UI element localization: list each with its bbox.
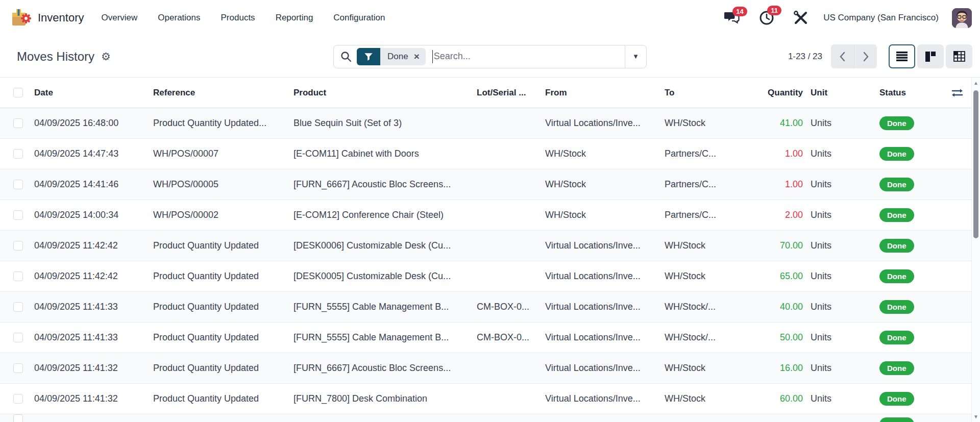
- row-checkbox[interactable]: [13, 414, 23, 422]
- menu-item-configuration[interactable]: Configuration: [333, 13, 385, 23]
- cell-product: [FURN_5555] Cable Management B...: [293, 332, 477, 343]
- cell-reference: Product Quantity Updated: [153, 332, 293, 343]
- cell-unit: Units: [805, 210, 864, 220]
- row-checkbox[interactable]: [13, 210, 23, 220]
- cell-date: 04/09/2025 11:41:33: [34, 332, 153, 343]
- inventory-app-icon[interactable]: [10, 7, 32, 29]
- column-header-unit[interactable]: Unit: [805, 88, 864, 98]
- cell-from: WH/Stock: [545, 148, 665, 159]
- cell-to: WH/Stock: [665, 271, 762, 282]
- cell-reference: Product Quantity Updated...: [153, 118, 293, 129]
- row-checkbox[interactable]: [13, 149, 23, 159]
- search-input[interactable]: Done × Search...: [334, 45, 625, 68]
- search-bar: Done × Search... ▼: [333, 45, 647, 68]
- column-header-reference[interactable]: Reference: [153, 88, 293, 98]
- view-settings-gear-icon[interactable]: ⚙: [101, 51, 111, 62]
- table-row[interactable]: 04/09/2025 14:41:46 WH/POS/00005 [FURN_6…: [0, 169, 980, 200]
- pager-previous-button[interactable]: [831, 44, 854, 68]
- vertical-scrollbar[interactable]: ▲ ▼: [971, 78, 980, 422]
- column-header-date[interactable]: Date: [34, 88, 153, 98]
- menu-item-products[interactable]: Products: [221, 13, 255, 23]
- cell-reference: WH/POS/00005: [153, 179, 293, 190]
- view-kanban-button[interactable]: [917, 44, 944, 68]
- tools-icon[interactable]: [794, 11, 808, 25]
- row-checkbox[interactable]: [13, 302, 23, 312]
- messages-icon[interactable]: 14: [724, 11, 740, 25]
- cell-unit: Units: [805, 148, 864, 159]
- table-row[interactable]: 04/09/2025 11:41:32 Product Quantity Upd…: [0, 353, 980, 384]
- view-list-button[interactable]: [889, 44, 915, 68]
- search-options-toggle[interactable]: ▼: [625, 45, 646, 68]
- row-checkbox[interactable]: [13, 241, 23, 251]
- table-row[interactable]: 04/09/2025 14:00:34 WH/POS/00002 [E-COM1…: [0, 200, 980, 231]
- cell-from: Virtual Locations/Inve...: [545, 332, 665, 343]
- cell-to: WH/Stock: [665, 393, 762, 404]
- row-checkbox[interactable]: [13, 333, 23, 342]
- status-badge: Done: [879, 239, 914, 253]
- row-checkbox[interactable]: [13, 180, 23, 189]
- cell-product: [E-COM12] Conference Chair (Steel): [293, 210, 477, 220]
- column-header-status[interactable]: Status: [864, 88, 949, 98]
- table-row[interactable]: 04/09/2025 11:41:32 Product Quantity Upd…: [0, 384, 980, 414]
- menu-item-operations[interactable]: Operations: [158, 13, 200, 23]
- cell-product: [FURN_6667] Acoustic Bloc Screens...: [293, 179, 477, 190]
- cell-quantity: 16.00: [762, 363, 805, 374]
- table-row[interactable]: 04/09/2025 16:48:00 Product Quantity Upd…: [0, 108, 980, 139]
- scrollbar-up-arrow[interactable]: ▲: [972, 80, 980, 86]
- cell-unit: Units: [805, 271, 864, 282]
- moves-history-list: Date Reference Product Lot/Serial ... Fr…: [0, 77, 980, 422]
- table-row[interactable]: Done: [0, 414, 980, 422]
- app-name[interactable]: Inventory: [38, 11, 84, 24]
- row-checkbox[interactable]: [13, 271, 23, 281]
- menu-item-reporting[interactable]: Reporting: [276, 13, 313, 23]
- cell-from: Virtual Locations/Inve...: [545, 393, 665, 404]
- facet-remove-icon[interactable]: ×: [414, 52, 420, 61]
- row-checkbox[interactable]: [13, 363, 23, 373]
- main-menu: Overview Operations Products Reporting C…: [102, 13, 385, 23]
- status-badge: Done: [879, 147, 914, 161]
- cell-reference: Product Quantity Updated: [153, 271, 293, 282]
- row-checkbox[interactable]: [13, 394, 23, 404]
- cell-reference: WH/POS/00002: [153, 210, 293, 220]
- scrollbar-down-arrow[interactable]: ▼: [972, 414, 980, 419]
- pager-next-button[interactable]: [854, 44, 877, 68]
- activities-clock-icon[interactable]: 11: [759, 10, 774, 26]
- cell-unit: Units: [805, 332, 864, 343]
- cell-to: Partners/C...: [665, 148, 762, 159]
- cell-from: Virtual Locations/Inve...: [545, 302, 665, 312]
- cell-from: WH/Stock: [545, 179, 665, 190]
- row-checkbox[interactable]: [13, 118, 23, 128]
- cell-product: Blue Sequin Suit (Set of 3): [293, 118, 477, 129]
- view-switcher: [889, 44, 972, 68]
- cell-unit: Units: [805, 118, 864, 129]
- status-badge: Done: [879, 269, 914, 283]
- column-header-product[interactable]: Product: [293, 88, 477, 98]
- status-badge: Done: [879, 208, 914, 222]
- table-row[interactable]: 04/09/2025 11:42:42 Product Quantity Upd…: [0, 261, 980, 292]
- table-row[interactable]: 04/09/2025 11:42:42 Product Quantity Upd…: [0, 231, 980, 261]
- company-switcher[interactable]: US Company (San Francisco): [823, 13, 939, 23]
- menu-item-overview[interactable]: Overview: [102, 13, 138, 23]
- table-body: 04/09/2025 16:48:00 Product Quantity Upd…: [0, 108, 980, 422]
- cell-quantity: 41.00: [762, 118, 805, 129]
- chevron-down-icon: ▼: [632, 53, 639, 60]
- table-row[interactable]: 04/09/2025 11:41:33 Product Quantity Upd…: [0, 322, 980, 353]
- cell-date: 04/09/2025 14:00:34: [34, 210, 153, 220]
- cell-to: WH/Stock: [665, 363, 762, 374]
- scrollbar-thumb[interactable]: [973, 90, 978, 238]
- column-header-to[interactable]: To: [665, 88, 762, 98]
- cell-quantity: 40.00: [762, 302, 805, 312]
- column-header-quantity[interactable]: Quantity: [762, 88, 805, 98]
- cell-reference: Product Quantity Updated: [153, 393, 293, 404]
- user-avatar[interactable]: [952, 8, 972, 28]
- cell-to: WH/Stock/...: [665, 332, 762, 343]
- column-header-lot-serial[interactable]: Lot/Serial ...: [477, 88, 545, 98]
- view-pivot-button[interactable]: [946, 44, 972, 68]
- select-all-checkbox[interactable]: [13, 88, 23, 97]
- filter-facet-done[interactable]: Done ×: [357, 48, 426, 65]
- table-row[interactable]: 04/09/2025 14:47:43 WH/POS/00007 [E-COM1…: [0, 139, 980, 169]
- cell-date: 04/09/2025 14:47:43: [34, 148, 153, 159]
- column-header-from[interactable]: From: [545, 88, 665, 98]
- table-row[interactable]: 04/09/2025 11:41:33 Product Quantity Upd…: [0, 292, 980, 322]
- cell-date: 04/09/2025 11:41:33: [34, 302, 153, 312]
